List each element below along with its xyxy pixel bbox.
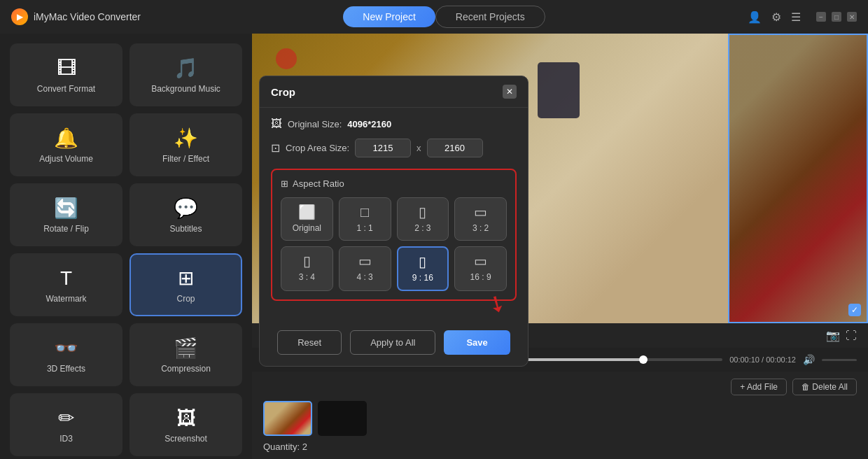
volume-icon: 🔊 [803,354,815,365]
3-2-label: 3 : 2 [472,223,489,233]
1-1-label: 1 : 1 [356,223,372,233]
convert-format-icon: 🎞 [57,59,76,78]
dialog-close-button[interactable]: ✕ [503,85,517,99]
ratio-item-2-3[interactable]: ▯ 2 : 3 [397,197,449,241]
titlebar-left: ▶ iMyMac Video Converter [11,8,141,25]
sidebar-item-convert-format[interactable]: 🎞 Convert Format [10,43,122,106]
sidebar-item-rotate-flip[interactable]: 🔄 Rotate / Flip [10,183,122,246]
add-file-button[interactable]: + Add File [731,379,787,395]
screenshot-icon: 🖼 [176,409,196,428]
crop-indicator: ✓ [848,304,861,316]
2-3-label: 2 : 3 [414,223,430,233]
ratio-item-original[interactable]: ⬜ Original [281,197,333,241]
titlebar-right: 👤 ⚙ ☰ − □ ✕ [748,10,857,24]
watermark-label: Watermark [46,294,86,304]
crop-area-row: ⊡ Crop Area Size: x [271,139,517,157]
recent-projects-button[interactable]: Recent Projects [435,6,545,28]
watermark-icon: T [60,269,72,288]
close-button[interactable]: ✕ [847,12,857,22]
adjust-volume-label: Adjust Volume [39,154,93,164]
4-3-icon: ▭ [358,254,372,268]
crop-icon: ⊡ [271,141,280,155]
sidebar-item-filter-effect[interactable]: ✨ Filter / Effect [130,113,242,176]
sidebar-item-3d-effects[interactable]: 👓 3D Effects [10,323,122,386]
progress-thumb [639,355,648,364]
thumbnail-1[interactable] [263,401,312,436]
id3-icon: ✏ [58,409,74,428]
new-project-button[interactable]: New Project [343,6,435,27]
sidebar-item-crop[interactable]: ⊞ Crop [130,253,242,316]
9-16-label: 9 : 16 [412,273,433,283]
original-label: Original [293,223,321,233]
maximize-button[interactable]: □ [832,12,841,22]
window-controls: − □ ✕ [816,12,857,22]
ratio-item-1-1[interactable]: □ 1 : 1 [339,197,391,241]
settings-icon[interactable]: ⚙ [771,10,781,24]
minimize-button[interactable]: − [816,12,826,22]
save-button[interactable]: Save [444,330,510,355]
crop-height-input[interactable] [427,139,483,157]
id3-label: ID3 [59,434,73,444]
sidebar-item-subtitles[interactable]: 💬 Subtitles [130,183,242,246]
screenshot-icon[interactable]: 📷 [826,329,840,342]
sidebar-item-compression[interactable]: 🎬 Compression [130,323,242,386]
app-title-text: iMyMac Video Converter [34,11,141,22]
3d-effects-icon: 👓 [54,339,78,358]
9-16-icon: ▯ [419,255,426,269]
ratio-item-3-4[interactable]: ▯ 3 : 4 [281,246,333,291]
adjust-volume-icon: 🔔 [54,129,78,148]
delete-all-button[interactable]: 🗑 Delete All [792,379,857,395]
fullscreen-icon[interactable]: ⛶ [846,329,857,342]
16-9-icon: ▭ [474,254,487,268]
sidebar-item-id3[interactable]: ✏ ID3 [10,393,122,456]
nav-buttons: New Project Recent Projects [343,6,545,28]
filter-effect-label: Filter / Effect [162,154,209,164]
ratio-item-9-16[interactable]: ▯ 9 : 16 [397,246,449,291]
background-music-label: Background Music [151,84,220,94]
apply-to-all-button[interactable]: Apply to All [350,330,435,355]
dialog-footer: Reset Apply to All Save [260,322,528,366]
time-display: 00:00:10 / 00:00:12 [729,355,796,364]
crop-dialog: Crop ✕ 🖼 Original Size: 4096*2160 ⊡ Crop… [259,76,528,367]
file-panel: + Add File 🗑 Delete All Quantity: 2 [252,372,868,459]
crop-width-input[interactable] [355,139,411,157]
2-3-icon: ▯ [419,205,426,219]
original-size-row: 🖼 Original Size: 4096*2160 [271,118,517,130]
3d-effects-label: 3D Effects [47,364,85,374]
crop-label: Crop [176,294,195,304]
user-icon[interactable]: 👤 [748,10,762,24]
aspect-ratio-icon: ⊞ [281,178,288,189]
sidebar-item-adjust-volume[interactable]: 🔔 Adjust Volume [10,113,122,176]
sidebar-item-watermark[interactable]: T Watermark [10,253,122,316]
ratio-item-4-3[interactable]: ▭ 4 : 3 [339,246,391,291]
main-layout: 🎞 Convert Format 🎵 Background Music 🔔 Ad… [0,34,868,459]
ratio-item-3-2[interactable]: ▭ 3 : 2 [454,197,507,241]
subtitles-label: Subtitles [169,224,202,234]
preview-icons-right: 📷 ⛶ [826,329,857,342]
ratio-grid: ⬜ Original □ 1 : 1 ▯ 2 : 3 ▭ 3 : 2 ▯ 3 :… [281,197,507,291]
4-3-label: 4 : 3 [356,272,372,282]
original-icon: ⬜ [298,205,316,219]
rotate-flip-label: Rotate / Flip [43,224,89,234]
titlebar: ▶ iMyMac Video Converter New Project Rec… [0,0,868,34]
sidebar-item-background-music[interactable]: 🎵 Background Music [130,43,242,106]
dialog-footer-area: ➘ Reset Apply to All Save [260,322,528,366]
crop-icon: ⊞ [178,269,194,288]
file-panel-header: + Add File 🗑 Delete All [263,379,857,395]
aspect-ratio-title: ⊞ Aspect Ratio [281,178,507,189]
3-4-icon: ▯ [303,254,311,268]
3-4-label: 3 : 4 [299,272,315,282]
background-music-icon: 🎵 [174,59,198,78]
menu-icon[interactable]: ☰ [791,10,801,24]
compression-label: Compression [161,364,211,374]
ratio-item-16-9[interactable]: ▭ 16 : 9 [454,246,507,291]
app-logo: ▶ [11,8,28,25]
dialog-body: 🖼 Original Size: 4096*2160 ⊡ Crop Area S… [260,108,528,322]
aspect-ratio-box: ⊞ Aspect Ratio ⬜ Original □ 1 : 1 ▯ 2 : … [271,169,517,301]
thumbnail-2[interactable] [318,401,367,436]
volume-bar[interactable] [822,359,857,361]
sidebar-item-screenshot[interactable]: 🖼 Screenshot [130,393,242,456]
reset-button[interactable]: Reset [277,330,342,355]
16-9-label: 16 : 9 [470,272,491,282]
dialog-title: Crop [271,86,295,98]
